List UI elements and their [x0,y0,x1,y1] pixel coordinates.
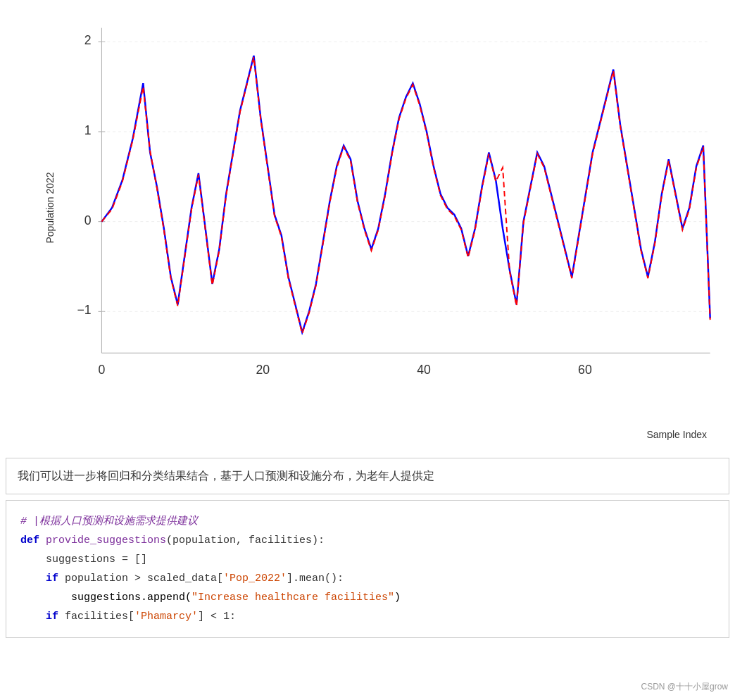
code-line-if3: if facilities['Phamarcy'] < 1: [20,607,715,626]
svg-text:2: 2 [84,33,92,47]
blue-line [101,56,710,332]
y-axis-label: Population 2022 [44,172,56,243]
text-content: 我们可以进一步将回归和分类结果结合，基于人口预测和设施分布，为老年人提供定 [18,470,434,482]
svg-text:0: 0 [98,363,105,377]
code-line-if1: if population > scaled_data['Pop_2022'].… [20,569,715,588]
svg-text:40: 40 [417,363,431,377]
chart-area: Population 2022 Sample Index 2 1 0 −1 0 [49,14,728,401]
svg-text:−1: −1 [77,303,92,317]
chart-svg: 2 1 0 −1 0 20 40 60 [49,14,728,401]
svg-text:0: 0 [84,213,92,227]
svg-text:1: 1 [84,123,92,137]
x-axis-label: Sample Index [646,429,707,440]
watermark: CSDN @十十小屋grow [641,681,728,693]
chart-container: Population 2022 Sample Index 2 1 0 −1 0 [0,0,735,458]
text-block: 我们可以进一步将回归和分类结果结合，基于人口预测和设施分布，为老年人提供定 [6,458,729,494]
code-block: # |根据人口预测和设施需求提供建议 def provide_suggestio… [6,500,729,638]
code-line-suggestions: suggestions = [] [20,550,715,569]
code-line-def: def provide_suggestions(population, faci… [20,531,715,550]
code-comment: # |根据人口预测和设施需求提供建议 [20,512,715,531]
code-line-if2: suggestions.append("Increase healthcare … [20,588,715,607]
svg-text:20: 20 [256,363,270,377]
svg-text:60: 60 [578,363,592,377]
